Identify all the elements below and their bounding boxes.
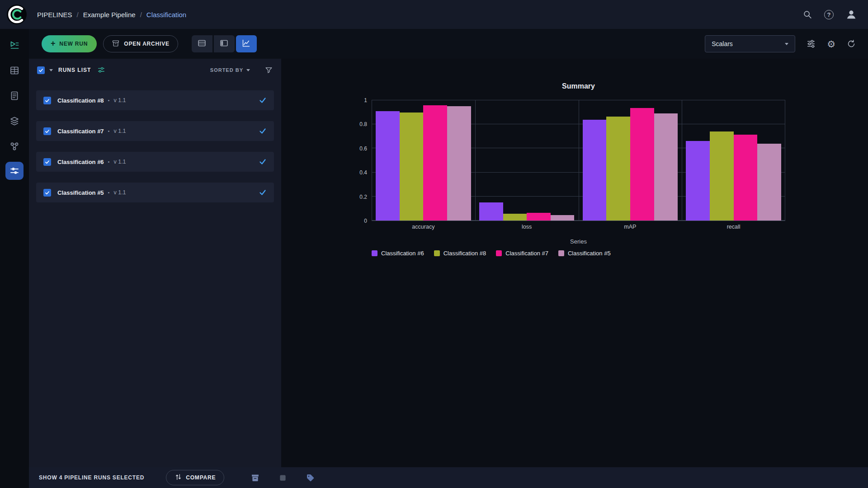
- sidebar-item-datasets[interactable]: [5, 61, 24, 80]
- user-avatar-icon[interactable]: [845, 9, 857, 20]
- bar[interactable]: [757, 144, 781, 221]
- sorted-by-button[interactable]: SORTED BY: [210, 67, 250, 73]
- compare-icon: [175, 473, 182, 482]
- select-all-caret-icon[interactable]: [49, 69, 53, 71]
- toolbar: + NEW RUN OPEN ARCHIVE: [29, 29, 868, 59]
- sidebar-item-projects[interactable]: [5, 35, 24, 55]
- legend-item[interactable]: Classification #7: [496, 250, 548, 257]
- breadcrumb-item[interactable]: Example Pipeline: [83, 11, 136, 19]
- run-checkbox[interactable]: [43, 189, 51, 197]
- legend-swatch: [558, 250, 564, 256]
- bar[interactable]: [400, 113, 424, 221]
- models-icon: [9, 116, 20, 127]
- projects-icon: [9, 40, 20, 51]
- bar[interactable]: [630, 108, 654, 221]
- table-view-button[interactable]: [192, 35, 212, 52]
- bar-cluster: [583, 100, 678, 221]
- run-row[interactable]: Classification #5•v 1.1: [36, 183, 274, 202]
- split-view-button[interactable]: [214, 35, 235, 52]
- bullet-separator: •: [108, 190, 110, 195]
- run-checkbox[interactable]: [43, 158, 51, 166]
- chart-xlabels: accuracylossmAPrecall: [372, 224, 785, 230]
- run-version: v 1.1: [113, 97, 126, 103]
- select-all-checkbox[interactable]: [37, 66, 45, 74]
- legend-title: Series: [349, 238, 785, 245]
- bar-group: [579, 100, 682, 221]
- sidebar-item-workers[interactable]: [5, 136, 24, 156]
- open-archive-button[interactable]: OPEN ARCHIVE: [103, 35, 178, 52]
- filter-funnel-icon[interactable]: [264, 66, 273, 75]
- bar[interactable]: [686, 141, 710, 221]
- chart-title: Summary: [349, 82, 785, 90]
- run-checkbox[interactable]: [43, 127, 51, 135]
- bar[interactable]: [654, 113, 678, 221]
- selected-count-text[interactable]: SHOW 4 PIPELINE RUNS SELECTED: [39, 474, 144, 481]
- bar[interactable]: [527, 213, 551, 221]
- x-tick-label: accuracy: [372, 224, 475, 230]
- refresh-icon[interactable]: [846, 39, 856, 49]
- runs-panel: RUNS LIST SORTED BY Classific: [29, 59, 281, 467]
- run-row[interactable]: Classification #6•v 1.1: [36, 152, 274, 172]
- chart-yticks: 00.20.40.60.81: [349, 100, 372, 221]
- legend-item[interactable]: Classification #5: [558, 250, 611, 257]
- run-row[interactable]: Classification #7•v 1.1: [36, 121, 274, 141]
- open-archive-label: OPEN ARCHIVE: [124, 41, 170, 47]
- bar-group: [682, 100, 785, 221]
- bar[interactable]: [376, 111, 400, 221]
- plus-icon: +: [51, 39, 56, 47]
- help-icon[interactable]: ?: [824, 10, 834, 19]
- run-version: v 1.1: [113, 159, 126, 165]
- breadcrumb-item[interactable]: Classification: [146, 11, 186, 19]
- bar[interactable]: [551, 215, 575, 221]
- search-icon[interactable]: [802, 9, 812, 19]
- bullet-separator: •: [108, 98, 110, 103]
- bar[interactable]: [734, 135, 758, 221]
- legend-label: Classification #7: [505, 250, 548, 257]
- run-row[interactable]: Classification #8•v 1.1: [36, 90, 274, 110]
- new-run-button[interactable]: + NEW RUN: [42, 35, 97, 52]
- legend-label: Classification #8: [443, 250, 486, 257]
- bullet-separator: •: [108, 159, 110, 164]
- bar-group: [475, 100, 579, 221]
- sorted-by-label: SORTED BY: [210, 67, 243, 73]
- bar[interactable]: [479, 202, 503, 221]
- compare-button[interactable]: COMPARE: [166, 470, 224, 485]
- legend-swatch: [496, 250, 502, 256]
- tags-action-icon[interactable]: [306, 473, 315, 483]
- compare-label: COMPARE: [186, 474, 216, 481]
- y-tick-label: 0.8: [359, 121, 367, 127]
- run-checkbox[interactable]: [43, 97, 51, 104]
- bar-cluster: [479, 100, 574, 221]
- bar[interactable]: [710, 131, 734, 221]
- runs-panel-header: RUNS LIST SORTED BY: [29, 59, 281, 81]
- scalars-view-button[interactable]: [236, 35, 257, 52]
- customize-columns-icon[interactable]: [97, 66, 105, 74]
- reports-icon: [9, 90, 20, 101]
- sidebar-item-reports[interactable]: [5, 86, 24, 106]
- legend-item[interactable]: Classification #8: [434, 250, 486, 257]
- abort-action-icon[interactable]: [278, 473, 288, 483]
- bar[interactable]: [423, 105, 447, 221]
- legend-item[interactable]: Classification #6: [372, 250, 424, 257]
- sidebar-nav: [0, 29, 29, 488]
- metric-dropdown[interactable]: Scalars: [705, 35, 795, 52]
- runs-list: Classification #8•v 1.1Classification #7…: [29, 81, 281, 213]
- tune-icon[interactable]: [806, 39, 816, 49]
- workers-icon: [9, 141, 20, 152]
- selected-check-icon: [259, 127, 267, 135]
- archive-action-icon[interactable]: [250, 473, 260, 483]
- bar[interactable]: [447, 106, 471, 221]
- table-view-icon: [197, 38, 207, 49]
- chart-plot: [372, 100, 785, 221]
- new-run-label: NEW RUN: [59, 41, 88, 47]
- breadcrumb-separator: /: [77, 11, 79, 19]
- sidebar-item-pipelines[interactable]: [5, 162, 24, 180]
- bar[interactable]: [583, 120, 607, 221]
- sidebar-item-models[interactable]: [5, 111, 24, 131]
- settings-gear-icon[interactable]: ⚙: [827, 39, 835, 49]
- breadcrumb-item[interactable]: PIPELINES: [37, 11, 72, 19]
- bar[interactable]: [503, 214, 527, 221]
- clearml-logo[interactable]: [6, 4, 27, 25]
- bar[interactable]: [606, 117, 630, 221]
- y-tick-label: 0.4: [359, 169, 367, 176]
